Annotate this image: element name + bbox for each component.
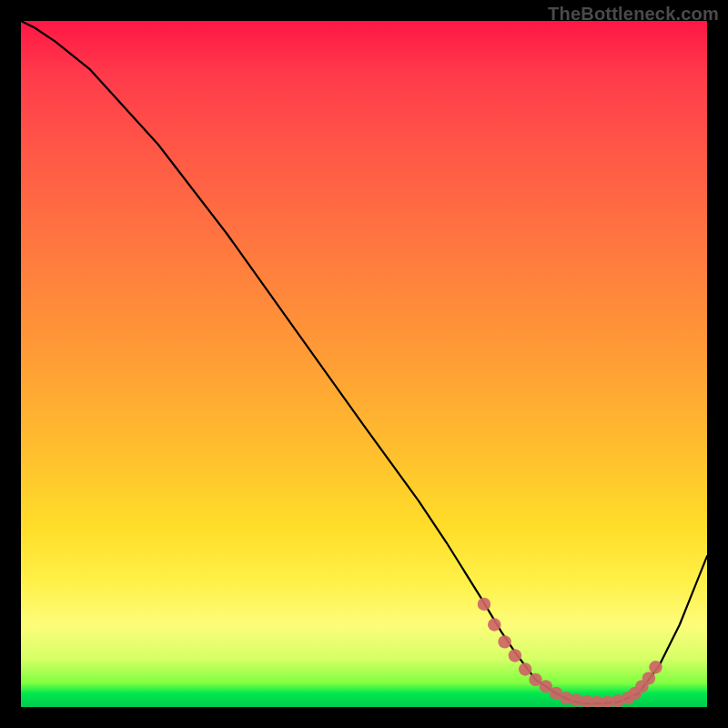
optimal-marker (529, 673, 541, 686)
optimal-marker (488, 618, 500, 631)
optimal-marker (560, 692, 572, 704)
optimal-marker (581, 695, 593, 707)
optimal-marker (601, 696, 613, 707)
optimal-marker (635, 680, 648, 693)
optimal-marker (642, 672, 655, 684)
optimal-marker (622, 692, 634, 704)
optimal-marker (571, 693, 583, 706)
optimal-marker (540, 680, 552, 693)
optimal-marker (498, 635, 511, 648)
optimal-marker (649, 661, 662, 673)
chart-overlay (21, 21, 707, 707)
optimal-marker (478, 598, 490, 611)
chart-stage: TheBottleneck.com (0, 0, 728, 728)
plot-area (21, 21, 707, 707)
optimal-marker (612, 694, 624, 707)
optimal-range-markers (478, 598, 662, 707)
watermark-text: TheBottleneck.com (548, 4, 719, 25)
optimal-marker (629, 687, 642, 700)
bottleneck-curve (21, 21, 707, 703)
optimal-marker (550, 687, 562, 700)
optimal-marker (519, 662, 531, 675)
optimal-marker (509, 649, 521, 662)
optimal-marker (591, 696, 603, 707)
